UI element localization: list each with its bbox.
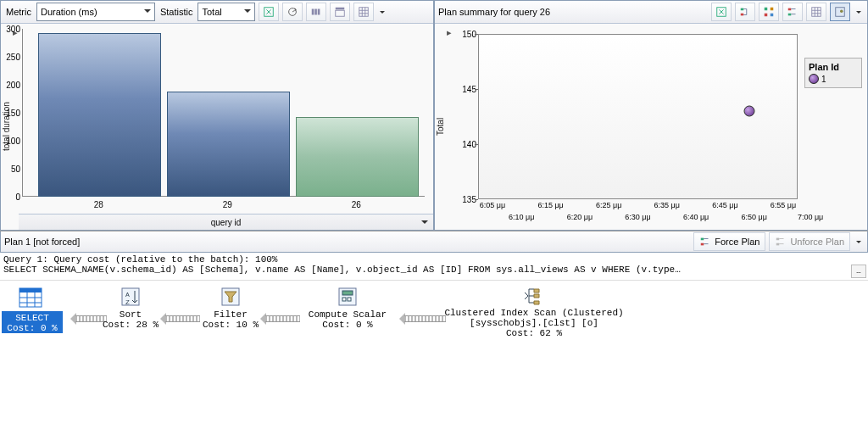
svg-point-19 xyxy=(840,9,843,13)
x-axis-select[interactable]: query id xyxy=(19,214,433,230)
op-compute-scalar[interactable]: Compute Scalar Cost: 0 % xyxy=(288,286,407,330)
plan-icon-c[interactable] xyxy=(782,3,803,21)
op-select[interactable]: SELECT Cost: 0 % xyxy=(2,311,63,333)
plan-icon-a[interactable] xyxy=(735,3,755,21)
svg-rect-3 xyxy=(315,9,318,15)
op-clustered-index-scan[interactable]: Clustered Index Scan (Clustered) [syssch… xyxy=(441,286,627,338)
grid2-icon[interactable] xyxy=(353,3,374,21)
plan-header: Plan 1 [not forced] Force Plan Unforce P… xyxy=(0,231,868,253)
svg-rect-23 xyxy=(776,243,780,246)
svg-rect-15 xyxy=(788,8,792,11)
svg-rect-21 xyxy=(701,243,704,246)
left-toolbar: Metric Duration (ms) Statistic Total xyxy=(1,1,433,24)
svg-rect-5 xyxy=(336,8,345,10)
chart-view-icon[interactable] xyxy=(830,3,850,21)
svg-rect-16 xyxy=(788,14,792,16)
expand-query-icon[interactable]: … xyxy=(851,265,866,278)
svg-rect-11 xyxy=(765,8,768,11)
execution-plan[interactable]: SELECT Cost: 0 % AZ Sort Cost: 28 % Filt… xyxy=(0,281,868,416)
statistic-select[interactable]: Total xyxy=(198,3,255,21)
legend-item-1[interactable]: 1 xyxy=(809,74,858,84)
svg-rect-31 xyxy=(342,291,353,295)
op-filter[interactable]: Filter Cost: 10 % xyxy=(171,286,290,330)
force-plan-button[interactable]: Force Plan xyxy=(693,232,765,251)
bar-28[interactable] xyxy=(38,33,161,197)
svg-rect-22 xyxy=(776,238,780,241)
svg-text:Z: Z xyxy=(125,298,130,306)
query-text: Query 1: Query cost (relative to the bat… xyxy=(0,253,868,281)
svg-rect-32 xyxy=(342,298,346,301)
svg-rect-2 xyxy=(312,9,314,15)
auto-refresh-icon[interactable] xyxy=(282,3,303,21)
columns-icon[interactable] xyxy=(306,3,326,21)
plan-grid-icon[interactable] xyxy=(806,3,826,21)
statistic-label: Statistic xyxy=(159,7,195,17)
duration-chart-panel: Metric Duration (ms) Statistic Total tot… xyxy=(0,0,434,231)
plan-overflow-icon[interactable] xyxy=(854,233,864,250)
plan-icon-b[interactable] xyxy=(759,3,779,21)
bar-chart: 0 50 100 150 200 250 300 28 29 26 xyxy=(22,29,425,197)
svg-rect-4 xyxy=(318,9,320,15)
svg-rect-9 xyxy=(741,8,744,11)
scatter-point-plan1[interactable] xyxy=(744,106,755,117)
bar-26[interactable] xyxy=(296,117,419,197)
svg-rect-12 xyxy=(771,8,774,11)
plan-summary-title: Plan summary for query 26 xyxy=(438,7,708,17)
legend: Plan Id 1 xyxy=(804,58,862,230)
toolbar2-overflow-icon[interactable] xyxy=(854,3,864,20)
metric-label: Metric xyxy=(4,7,33,17)
svg-rect-17 xyxy=(812,8,821,17)
svg-rect-18 xyxy=(836,8,845,17)
svg-rect-7 xyxy=(359,8,369,17)
svg-rect-25 xyxy=(19,288,42,292)
plan-summary-panel: Plan summary for query 26 Total ▸ 135 14… xyxy=(434,0,868,231)
svg-rect-33 xyxy=(348,298,351,301)
svg-rect-13 xyxy=(765,14,768,17)
refresh-icon[interactable] xyxy=(259,3,279,21)
unforce-plan-button[interactable]: Unforce Plan xyxy=(769,232,850,251)
svg-text:A: A xyxy=(125,291,130,298)
y-axis2-label: Total xyxy=(435,24,446,230)
grid1-icon[interactable] xyxy=(330,3,350,21)
plan-title: Plan 1 [not forced] xyxy=(4,237,690,247)
legend-title: Plan Id xyxy=(809,62,858,72)
legend-dot-icon xyxy=(809,74,819,84)
svg-rect-14 xyxy=(771,14,774,17)
refresh2-icon[interactable] xyxy=(711,3,732,21)
bar-29[interactable] xyxy=(167,92,290,197)
right-toolbar: Plan summary for query 26 xyxy=(435,1,867,24)
expand-y2-icon[interactable]: ▸ xyxy=(446,24,453,230)
metric-select[interactable]: Duration (ms) xyxy=(36,3,155,21)
svg-rect-26 xyxy=(122,288,139,305)
svg-rect-20 xyxy=(701,238,704,241)
svg-rect-6 xyxy=(336,10,345,16)
toolbar-overflow-icon[interactable] xyxy=(377,3,387,20)
svg-rect-10 xyxy=(741,14,744,16)
scatter-chart: 135 140 145 150 6:05 μμ 6:15 μμ 6:25 μμ … xyxy=(478,34,798,199)
select-table-icon xyxy=(19,287,42,310)
